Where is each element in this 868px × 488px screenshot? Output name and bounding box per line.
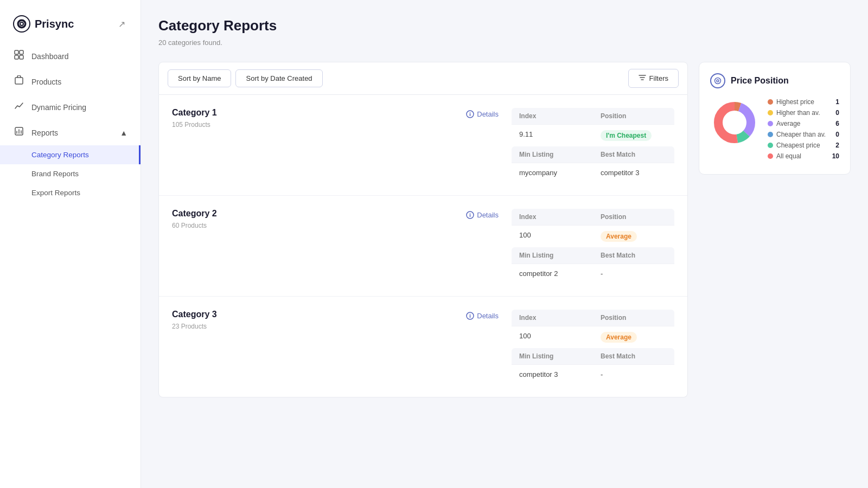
higher-than-av-value: 0 <box>835 109 839 117</box>
sidebar: Prisync ↗ Dashboard Products Dynamic Pri… <box>0 0 141 488</box>
category-3-name: Category 3 <box>172 310 453 319</box>
category-2-details-link[interactable]: Details <box>466 209 499 219</box>
average-label: Average <box>776 120 800 127</box>
sidebar-item-brand-reports-label: Brand Reports <box>31 170 79 178</box>
filter-icon <box>639 74 646 83</box>
category-3-count: 23 Products <box>172 323 453 330</box>
filter-button[interactable]: Filters <box>628 69 679 88</box>
higher-than-av-dot <box>768 110 773 115</box>
price-position-legend: Highest price 1 Higher than av. 0 <box>768 98 839 163</box>
svg-rect-4 <box>15 55 18 59</box>
sidebar-item-export-reports[interactable]: Export Reports <box>0 183 141 202</box>
legend-item-all-equal: All equal 10 <box>768 152 839 160</box>
svg-point-0 <box>18 20 26 28</box>
category-2-info: Category 2 60 Products <box>172 209 453 229</box>
legend-item-average: Average 6 <box>768 120 839 127</box>
sort-by-date-button[interactable]: Sort by Date Created <box>235 69 322 87</box>
category-2-details-label: Details <box>477 211 499 219</box>
all-equal-label: All equal <box>776 152 801 160</box>
category-1-index: 9.11 <box>512 125 593 146</box>
main-content: Category Reports 20 categories found. So… <box>141 0 868 488</box>
category-1-name: Category 1 <box>172 108 453 118</box>
widget-title: Price Position <box>731 76 789 86</box>
widget-header: Price Position <box>710 73 839 88</box>
min-listing-header: Min Listing <box>512 146 593 163</box>
index-header-3: Index <box>512 310 593 326</box>
category-3-index: 100 <box>512 326 593 348</box>
page-subtitle: 20 categories found. <box>158 38 851 47</box>
reports-sub-nav: Category Reports Brand Reports Export Re… <box>0 145 141 202</box>
category-2-best-match: - <box>593 264 674 283</box>
category-3-min-listing: competitor 3 <box>512 365 593 384</box>
category-3-row-1: 100 Average <box>512 326 674 348</box>
category-1-position-badge: I'm Cheapest <box>601 130 652 141</box>
svg-rect-6 <box>15 78 23 84</box>
donut-chart <box>710 98 759 147</box>
widget-icon <box>710 73 725 88</box>
sidebar-item-category-reports[interactable]: Category Reports <box>0 145 141 164</box>
all-equal-dot <box>768 153 773 159</box>
legend-item-higher-than-av: Higher than av. 0 <box>768 109 839 117</box>
position-header: Position <box>593 108 674 124</box>
svg-point-16 <box>470 112 471 113</box>
category-card: Category 2 60 Products Details Index Pos… <box>159 196 687 297</box>
category-card: Category 1 105 Products Details Index Po… <box>159 95 687 196</box>
highest-price-value: 1 <box>835 98 839 106</box>
products-icon <box>13 75 25 88</box>
category-3-info: Category 3 23 Products <box>172 310 453 330</box>
reports-icon <box>13 126 25 139</box>
category-3-best-match: - <box>593 365 674 384</box>
category-2-row-2: competitor 2 - <box>512 264 674 283</box>
svg-rect-5 <box>20 55 23 59</box>
average-dot <box>768 121 773 126</box>
sidebar-item-dynamic-pricing[interactable]: Dynamic Pricing <box>0 94 141 120</box>
cheaper-than-av-dot <box>768 132 773 137</box>
category-3-table-header: Index Position <box>512 310 674 326</box>
best-match-header: Best Match <box>593 146 674 163</box>
category-3-position: Average <box>593 326 674 348</box>
cheaper-than-av-label: Cheaper than av. <box>776 131 826 138</box>
category-3-table-header-2: Min Listing Best Match <box>512 348 674 364</box>
category-2-count: 60 Products <box>172 222 453 229</box>
sidebar-item-dashboard[interactable]: Dashboard <box>0 43 141 69</box>
category-2-name: Category 2 <box>172 209 453 219</box>
higher-than-av-label: Higher than av. <box>776 109 820 117</box>
sidebar-item-reports-label: Reports <box>31 129 58 137</box>
category-1-table: Index Position 9.11 I'm Cheapest Min Lis <box>512 108 674 182</box>
category-1-row-2: mycompany competitor 3 <box>512 163 674 182</box>
category-2-index: 100 <box>512 226 593 247</box>
svg-rect-2 <box>15 50 18 54</box>
cheapest-price-dot <box>768 143 773 148</box>
category-2-min-listing: competitor 2 <box>512 264 593 283</box>
best-match-header-2: Best Match <box>593 247 674 264</box>
category-3-details-label: Details <box>477 312 499 320</box>
sidebar-item-dashboard-label: Dashboard <box>31 52 69 61</box>
category-card: Category 3 23 Products Details Index Pos… <box>159 297 687 397</box>
category-1-count: 105 Products <box>172 121 453 129</box>
reports-caret-icon: ▲ <box>120 129 127 137</box>
sidebar-item-products[interactable]: Products <box>0 69 141 94</box>
category-3-table: Index Position 100 Average Min Listing <box>512 310 674 384</box>
category-3-details-link[interactable]: Details <box>466 310 499 320</box>
category-3-row-2: competitor 3 - <box>512 364 674 384</box>
category-1-table-header-2: Min Listing Best Match <box>512 146 674 163</box>
cheapest-price-value: 2 <box>835 142 839 149</box>
category-2-position-badge: Average <box>601 231 637 242</box>
sidebar-item-products-label: Products <box>31 78 61 86</box>
main-row: Sort by Name Sort by Date Created Filter… <box>158 62 851 397</box>
sort-by-name-button[interactable]: Sort by Name <box>168 69 231 87</box>
legend-item-cheaper-than-av: Cheaper than av. 0 <box>768 131 839 138</box>
sidebar-item-reports[interactable]: Reports ▲ <box>0 120 141 145</box>
category-2-table-header-2: Min Listing Best Match <box>512 247 674 264</box>
price-position-widget: Price Position <box>699 62 851 175</box>
sidebar-item-brand-reports[interactable]: Brand Reports <box>0 164 141 183</box>
best-match-header-3: Best Match <box>593 348 674 364</box>
category-1-info: Category 1 105 Products <box>172 108 453 129</box>
category-1-row-1: 9.11 I'm Cheapest <box>512 124 674 146</box>
sidebar-item-category-reports-label: Category Reports <box>31 151 89 159</box>
category-1-details-link[interactable]: Details <box>466 108 499 118</box>
category-3-position-badge: Average <box>601 332 637 343</box>
category-2-row-1: 100 Average <box>512 225 674 247</box>
sidebar-collapse-button[interactable]: ↗ <box>116 17 127 31</box>
cheaper-than-av-value: 0 <box>835 131 839 138</box>
